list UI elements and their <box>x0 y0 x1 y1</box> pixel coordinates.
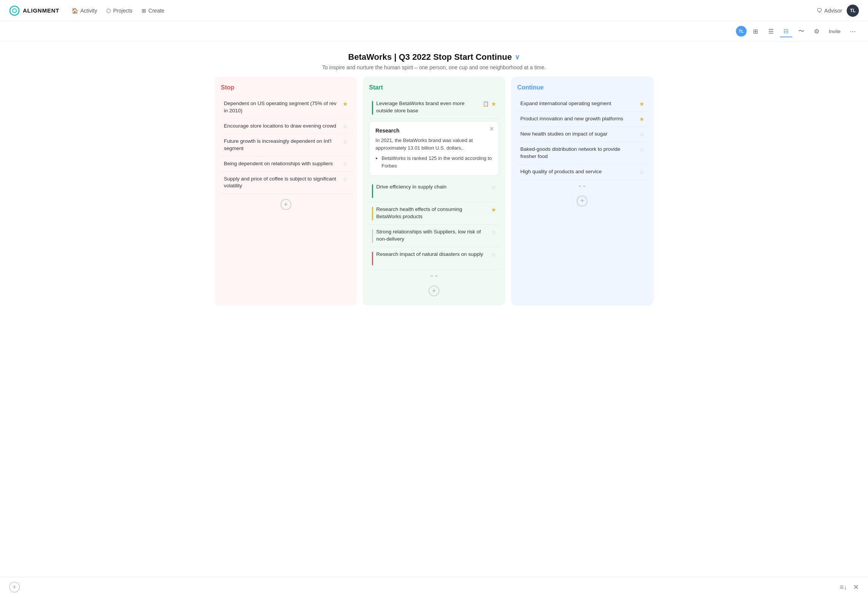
svg-point-0 <box>10 6 19 15</box>
page-header: BetaWorks | Q3 2022 Stop Start Continue … <box>0 42 868 77</box>
settings-button[interactable]: ⚙ <box>811 25 823 37</box>
star-icon[interactable]: ★ <box>639 101 644 107</box>
item-bar-gray <box>372 229 373 243</box>
navbar: ALIGNMENT 🏠 Activity ⬡ Projects ⊞ Create… <box>0 0 868 21</box>
continue-column-title: Continue <box>517 84 647 91</box>
column-view-button[interactable]: ⊟ <box>780 25 792 37</box>
item-bar-red <box>372 252 373 265</box>
bottom-bar: + ≡↓ ✕ <box>0 577 868 597</box>
list-item[interactable]: Leverage BetaWorks brand even more outsi… <box>369 96 499 119</box>
nav-projects[interactable]: ⬡ Projects <box>106 6 132 15</box>
list-item[interactable]: Strong relationships with Suppliers, low… <box>369 225 499 247</box>
list-item[interactable]: Baked-goods distribution network to prov… <box>517 142 647 164</box>
star-icon[interactable]: ☆ <box>491 251 496 258</box>
advisor-icon: 🗨 <box>817 8 822 14</box>
toolbar-user-avatar[interactable]: TL <box>736 26 747 37</box>
user-avatar[interactable]: TL <box>847 5 859 17</box>
list-item[interactable]: Drive efficiency in supply chain ☆ <box>369 180 499 202</box>
list-item[interactable]: Research impact of natural disasters on … <box>369 247 499 270</box>
star-icon[interactable]: ☆ <box>491 184 496 191</box>
note-icon: 📋 <box>483 101 489 107</box>
star-icon[interactable]: ☆ <box>343 161 348 168</box>
item-bar-green <box>372 184 373 198</box>
list-item[interactable]: Being dependent on relationships with su… <box>221 156 351 172</box>
grid-view-button[interactable]: ⊞ <box>750 25 762 37</box>
nav-right: 🗨 Advisor TL <box>817 5 859 17</box>
chart-view-button[interactable]: 〜 <box>795 25 807 37</box>
start-column-title: Start <box>369 84 499 91</box>
research-card-body: In 2021, the BetaWorks brand was valued … <box>375 137 492 152</box>
list-view-button[interactable]: ☰ <box>765 25 777 37</box>
star-icon[interactable]: ★ <box>639 116 644 123</box>
toolbar: TL ⊞ ☰ ⊟ 〜 ⚙ Invite ⋯ <box>0 21 868 42</box>
nav-activity[interactable]: 🏠 Activity <box>72 6 97 15</box>
list-item[interactable]: Product innovation and new growth platfo… <box>517 112 647 127</box>
list-item[interactable]: High quality of products and service ☆ <box>517 164 647 180</box>
sort-icon[interactable]: ≡↓ <box>839 583 847 591</box>
list-item[interactable]: Dependent on US operating segment (75% o… <box>221 96 351 119</box>
star-icon[interactable]: ☆ <box>491 229 496 236</box>
star-icon[interactable]: ☆ <box>639 131 644 138</box>
advisor-button[interactable]: 🗨 Advisor <box>817 8 842 14</box>
star-icon[interactable]: ☆ <box>343 138 348 145</box>
logo-icon <box>9 5 20 16</box>
title-chevron-icon[interactable]: ∨ <box>515 53 520 61</box>
continue-add-button[interactable]: + <box>577 196 587 206</box>
create-icon: ⊞ <box>142 8 146 14</box>
continue-collapse-button[interactable]: ⌄⌄ <box>517 180 647 190</box>
item-bar-yellow <box>372 207 373 220</box>
home-icon: 🏠 <box>72 8 78 14</box>
more-options-button[interactable]: ⋯ <box>847 25 859 37</box>
continue-column: Continue Expand international operating … <box>511 77 653 305</box>
star-icon[interactable]: ☆ <box>639 146 644 153</box>
stop-add-button[interactable]: + <box>281 199 291 210</box>
start-add-button[interactable]: + <box>429 286 439 296</box>
research-card: Research ✕ In 2021, the BetaWorks brand … <box>369 121 499 176</box>
bottom-add-button[interactable]: + <box>9 582 20 592</box>
research-card-list-item: BetaWorks is ranked 125 in the world acc… <box>381 155 492 169</box>
star-icon[interactable]: ☆ <box>343 123 348 130</box>
start-collapse-button[interactable]: ⌄⌄ <box>369 270 499 280</box>
logo[interactable]: ALIGNMENT <box>9 5 59 16</box>
item-bar-green <box>372 101 373 115</box>
columns-container: Stop Dependent on US operating segment (… <box>206 77 662 314</box>
close-icon[interactable]: ✕ <box>853 583 859 591</box>
nav-create[interactable]: ⊞ Create <box>142 6 164 15</box>
app-name: ALIGNMENT <box>23 7 59 14</box>
page-title[interactable]: BetaWorks | Q3 2022 Stop Start Continue … <box>348 52 520 62</box>
page-subtitle: To inspire and nurture the human spirit … <box>9 64 859 70</box>
list-item[interactable]: Research health effects of consuming Bet… <box>369 202 499 225</box>
stop-column-title: Stop <box>221 84 351 91</box>
bottom-right: ≡↓ ✕ <box>839 583 859 591</box>
research-card-title: Research <box>375 128 492 134</box>
start-column: Start Leverage BetaWorks brand even more… <box>363 77 505 305</box>
star-icon[interactable]: ☆ <box>343 176 348 183</box>
star-icon[interactable]: ★ <box>491 206 496 213</box>
stop-column: Stop Dependent on US operating segment (… <box>215 77 357 305</box>
nav-links: 🏠 Activity ⬡ Projects ⊞ Create <box>72 6 804 15</box>
list-item[interactable]: Expand international operating segment ★ <box>517 96 647 112</box>
star-icon[interactable]: ★ <box>343 101 348 107</box>
svg-point-1 <box>13 9 16 13</box>
star-icon[interactable]: ★ <box>491 101 496 107</box>
list-item[interactable]: Future growth is increasingly dependent … <box>221 134 351 156</box>
projects-icon: ⬡ <box>106 8 111 14</box>
research-card-close[interactable]: ✕ <box>489 125 494 132</box>
invite-button[interactable]: Invite <box>826 27 844 36</box>
star-icon[interactable]: ☆ <box>639 169 644 176</box>
list-item[interactable]: Supply and price of coffee is subject to… <box>221 172 351 194</box>
list-item[interactable]: Encourage store locations to draw evenin… <box>221 119 351 134</box>
list-item[interactable]: New health studies on impact of sugar ☆ <box>517 127 647 142</box>
research-card-list: BetaWorks is ranked 125 in the world acc… <box>375 155 492 169</box>
